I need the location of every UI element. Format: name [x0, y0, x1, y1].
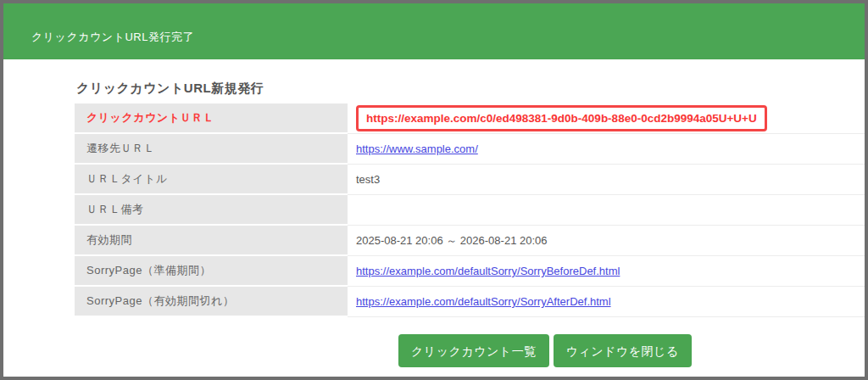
- row-label-click-count-url: クリックカウントＵＲＬ: [75, 103, 348, 134]
- row-label-sorrypage-after: SorryPage（有効期間切れ）: [75, 287, 348, 317]
- click-count-url-value: https://example.com/c0/ed498381-9d0b-409…: [356, 105, 767, 131]
- table-row: クリックカウントＵＲＬ https://example.com/c0/ed498…: [75, 103, 865, 134]
- row-label-url-note: ＵＲＬ備考: [75, 195, 348, 226]
- row-value-cell: https://example.com/defaultSorry/SorryBe…: [348, 256, 865, 287]
- row-label-valid-period: 有効期間: [75, 226, 348, 256]
- detail-table: クリックカウントＵＲＬ https://example.com/c0/ed498…: [75, 103, 865, 317]
- content-area: クリックカウントURL新規発行 クリックカウントＵＲＬ https://exam…: [3, 81, 865, 367]
- row-label-destination-url: 遷移先ＵＲＬ: [75, 134, 348, 165]
- close-window-button[interactable]: ウィンドウを閉じる: [554, 334, 692, 367]
- url-note-value: [348, 195, 865, 226]
- table-row: 遷移先ＵＲＬ https://www.sample.com/: [75, 134, 865, 165]
- table-row: SorryPage（有効期間切れ） https://example.com/de…: [75, 287, 865, 317]
- section-title: クリックカウントURL新規発行: [76, 81, 865, 97]
- row-value-cell: https://example.com/c0/ed498381-9d0b-409…: [348, 103, 865, 134]
- table-row: ＵＲＬ備考: [75, 195, 865, 226]
- sorrypage-after-link[interactable]: https://example.com/defaultSorry/SorryAf…: [356, 295, 611, 308]
- destination-url-link[interactable]: https://www.sample.com/: [356, 142, 478, 155]
- table-row: SorryPage（準備期間） https://example.com/defa…: [75, 256, 865, 287]
- url-title-value: test3: [348, 165, 865, 195]
- table-row: ＵＲＬタイトル test3: [75, 165, 865, 195]
- row-label-url-title: ＵＲＬタイトル: [75, 165, 348, 195]
- window: クリックカウントURL発行完了 クリックカウントURL新規発行 クリックカウント…: [0, 0, 868, 380]
- page-status-title: クリックカウントURL発行完了: [3, 3, 194, 42]
- table-row: 有効期間 2025-08-21 20:06 ～ 2026-08-21 20:06: [75, 226, 865, 256]
- valid-period-value: 2025-08-21 20:06 ～ 2026-08-21 20:06: [348, 226, 865, 256]
- row-value-cell: https://example.com/defaultSorry/SorryAf…: [348, 287, 865, 317]
- header-bar: クリックカウントURL発行完了: [3, 3, 865, 59]
- sorrypage-before-link[interactable]: https://example.com/defaultSorry/SorryBe…: [356, 265, 620, 277]
- action-button-row: クリックカウント一覧 ウィンドウを閉じる: [398, 334, 865, 367]
- click-count-list-button[interactable]: クリックカウント一覧: [398, 334, 549, 367]
- row-value-cell: https://www.sample.com/: [348, 134, 865, 165]
- row-label-sorrypage-before: SorryPage（準備期間）: [75, 256, 348, 287]
